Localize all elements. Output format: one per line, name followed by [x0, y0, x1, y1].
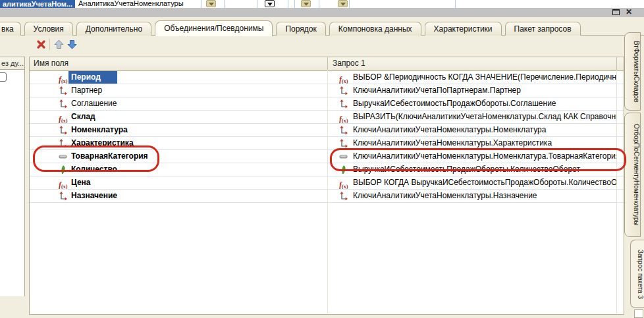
field-name-cell[interactable]: Соглашение: [30, 97, 327, 110]
table-body: f(x)Периодf(x)ВЫБОР &Периодичность КОГДА…: [30, 71, 624, 203]
field-name-cell[interactable]: f(x)Склад: [30, 111, 327, 123]
function-icon: f(x): [339, 113, 348, 122]
dimension-icon: [339, 139, 348, 148]
function-icon: f(x): [339, 73, 348, 82]
red-x-icon: [36, 39, 47, 50]
dimension-icon: [339, 192, 348, 201]
table-row[interactable]: f(x)Складf(x)ВЫРАЗИТЬ(КлючиАналитикиУчет…: [30, 111, 624, 124]
query-expression-cell[interactable]: f(x)ВЫРАЗИТЬ(КлючиАналитикиУчетаНоменкла…: [328, 111, 616, 123]
selected-grid-cell[interactable]: алитикаУчетаНом...: [0, 0, 75, 8]
dropdown-button[interactable]: [301, 0, 311, 7]
tab-компоновка-данных[interactable]: Компоновка данных: [329, 22, 421, 36]
background-grid-row: алитикаУчетаНом... АналитикаУчетаНоменкл…: [0, 0, 644, 8]
field-name: Период: [71, 71, 101, 84]
query-expression: КлючиАналитикиУчетаНоменклатуры.Номенкла…: [353, 124, 546, 136]
query-expression-cell[interactable]: ВыручкаИСебестоимостьПродажОбороты.Колич…: [328, 163, 616, 176]
field-name: Количество: [71, 163, 117, 176]
table-row[interactable]: ТоварнаяКатегорияКлючиАналитикиУчетаНоме…: [30, 150, 624, 163]
tab-дополнительно[interactable]: Дополнительно: [76, 22, 151, 36]
field-name: Соглашение: [71, 97, 117, 110]
field-name-cell[interactable]: Номенклатура: [30, 124, 327, 136]
dimension-icon: [339, 99, 348, 109]
dimension-icon: [339, 126, 348, 135]
field-name-cell[interactable]: Партнер: [30, 84, 327, 97]
arrow-down-icon: [67, 39, 78, 50]
function-icon: f(x): [339, 178, 348, 188]
body-column-divider: [327, 70, 328, 313]
dimension-icon: [59, 126, 68, 135]
vertical-tab-zapros-paketa-3[interactable]: Запрос пакета 3: [630, 240, 644, 308]
query-expression: ВЫБОР КОГДА ВыручкаИСебестоимостьПродажО…: [353, 176, 616, 189]
dimension-icon: [59, 86, 68, 95]
minus-icon: [59, 152, 68, 161]
corner-strip: [634, 309, 643, 318]
field-name: Назначение: [71, 190, 117, 202]
close-icon[interactable]: ✕: [624, 8, 633, 16]
move-up-button[interactable]: [53, 39, 65, 50]
checkbox[interactable]: [0, 72, 7, 82]
resource-icon: [59, 165, 68, 174]
window-titlebar: ✕: [0, 8, 644, 17]
table-row[interactable]: НоменклатураКлючиАналитикиУчетаНоменклат…: [30, 124, 624, 137]
column-header-field-name[interactable]: Имя поля: [34, 57, 68, 70]
query-expression: КлючиАналитикиУчетаПоПартнерам.Партнер: [353, 84, 521, 97]
query-expression: КлючиАналитикиУчетаНоменклатуры.Характер…: [353, 137, 552, 149]
field-name-cell[interactable]: Характеристика: [30, 137, 327, 149]
query-expression-cell[interactable]: КлючиАналитикиУчетаНоменклатуры.Характер…: [328, 137, 616, 149]
dimension-icon: [339, 86, 348, 95]
table-header: Имя поля Запрос 1: [30, 57, 624, 71]
fields-table: Имя поля Запрос 1 f(x)Периодf(x)ВЫБОР &П…: [29, 57, 624, 315]
query-expression: КлючиАналитикиУчетаНоменклатуры.Номенкла…: [353, 150, 616, 163]
column-header-query1[interactable]: Запрос 1: [333, 57, 365, 70]
tab-пакет-запросов[interactable]: Пакет запросов: [505, 22, 581, 36]
tab-характеристики[interactable]: Характеристики: [425, 22, 502, 36]
query-expression: ВыручкаИСебестоимостьПродажОбороты.Колич…: [353, 163, 580, 176]
maximize-icon[interactable]: [612, 9, 620, 15]
tab-bar: вкаУсловияДополнительноОбъединения/Псевд…: [0, 20, 581, 36]
query-expression-cell[interactable]: КлючиАналитикиУчетаПоПартнерам.Партнер: [328, 84, 616, 97]
table-row[interactable]: f(x)Ценаf(x)ВЫБОР КОГДА ВыручкаИСебестои…: [30, 176, 624, 190]
column-divider[interactable]: [327, 57, 328, 70]
query-expression-cell[interactable]: КлючиАналитикиУчетаНоменклатуры.Номенкла…: [328, 124, 616, 136]
field-name: Характеристика: [71, 137, 134, 149]
minus-icon: [339, 152, 348, 161]
query-expression-cell[interactable]: КлючиАналитикиУчетаНоменклатуры.Назначен…: [328, 190, 616, 202]
query-expression-cell[interactable]: КлючиАналитикиУчетаНоменклатуры.Номенкла…: [328, 150, 616, 163]
tab-порядок[interactable]: Порядок: [276, 22, 325, 36]
field-name: Склад: [71, 111, 95, 123]
move-down-button[interactable]: [67, 39, 78, 50]
table-row[interactable]: ХарактеристикаКлючиАналитикиУчетаНоменкл…: [30, 137, 624, 150]
tab-объединения-псевдонимы[interactable]: Объединения/Псевдонимы: [155, 20, 273, 36]
query-expression-cell[interactable]: f(x)ВЫБОР КОГДА ВыручкаИСебестоимостьПро…: [328, 176, 616, 189]
query-expression: ВыручкаИСебестоимостьПродажОбороты.Согла…: [353, 97, 556, 110]
dropdown-button-focused[interactable]: [265, 0, 275, 7]
field-name: Номенклатура: [71, 124, 128, 136]
field-name-cell[interactable]: ТоварнаяКатегория: [30, 150, 327, 163]
dropdown-button[interactable]: [206, 0, 216, 7]
query-expression-cell[interactable]: ВыручкаИСебестоимостьПродажОбороты.Согла…: [328, 97, 616, 110]
table-row[interactable]: ПартнерКлючиАналитикиУчетаПоПартнерам.Па…: [30, 84, 624, 97]
tab-условия[interactable]: Условия: [24, 22, 73, 36]
function-icon: f(x): [59, 73, 68, 82]
dimension-icon: [59, 139, 68, 148]
table-row[interactable]: f(x)Периодf(x)ВЫБОР &Периодичность КОГДА…: [30, 71, 624, 84]
table-row[interactable]: НазначениеКлючиАналитикиУчетаНоменклатур…: [30, 190, 624, 203]
query-expression-cell[interactable]: f(x)ВЫБОР &Периодичность КОГДА ЗНАЧЕНИЕ(…: [328, 71, 616, 84]
tab-вка[interactable]: вка: [0, 22, 21, 36]
query-expression: КлючиАналитикиУчетаНоменклатуры.Назначен…: [353, 190, 537, 202]
field-name-cell[interactable]: Назначение: [30, 190, 327, 202]
field-name-cell[interactable]: f(x)Цена: [30, 176, 327, 189]
vertical-tab-vtformatyskladov[interactable]: ВтФорматыСкладов: [624, 32, 641, 111]
table-row[interactable]: СоглашениеВыручкаИСебестоимостьПродажОбо…: [30, 97, 624, 111]
vertical-tab-otborposegmentu[interactable]: ОтборПоСегментуНоменклатуры: [624, 113, 641, 237]
field-name-cell[interactable]: f(x)Период: [30, 71, 327, 84]
field-name-cell[interactable]: Количество: [30, 163, 327, 176]
column-divider[interactable]: [616, 57, 617, 70]
body-column-divider: [616, 70, 617, 313]
left-column-header: ез ду...: [0, 57, 25, 70]
delete-button[interactable]: [36, 39, 47, 50]
dropdown-button[interactable]: [338, 0, 348, 7]
grid-cell-text[interactable]: АналитикаУчетаНоменклатуры: [78, 0, 184, 7]
table-row[interactable]: КоличествоВыручкаИСебестоимостьПродажОбо…: [30, 163, 624, 176]
query-expression: ВЫРАЗИТЬ(КлючиАналитикиУчетаНоменклатуры…: [353, 111, 616, 123]
